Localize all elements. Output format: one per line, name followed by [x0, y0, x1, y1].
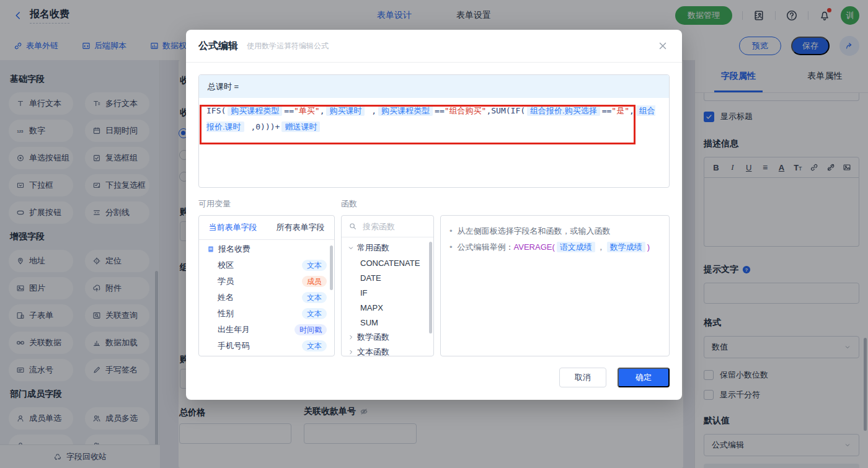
functions-box: 常用函数CONCATENATEDATEIFMAPXSUM数学函数文本函数 — [341, 215, 434, 356]
function-group[interactable]: 数学函数 — [342, 330, 433, 345]
variables-scrollbar[interactable] — [330, 245, 333, 290]
tab-all-form-fields[interactable]: 所有表单字段 — [267, 222, 334, 233]
chevright-icon — [347, 348, 355, 356]
variable-field-row[interactable]: 学员成员 — [199, 273, 334, 289]
formula-token-fn: AVERAGE( — [514, 242, 555, 252]
formula-token-field: 组合报价.购买选择 — [527, 105, 600, 116]
functions-label: 函数 — [341, 198, 434, 211]
modal-columns: 可用变量 当前表单字段 所有表单字段 报名收费 校区文本学员成员姓名文本性别文本… — [198, 198, 670, 356]
variable-field-row[interactable]: 出生年月时间戳 — [199, 322, 334, 338]
formula-token-str: "组合购买" — [445, 106, 487, 115]
field-type-badge: 文本 — [302, 308, 327, 319]
help-column: 从左侧面板选择字段名和函数，或输入函数 公式编辑举例：AVERAGE(语文成绩，… — [440, 198, 670, 356]
search-icon — [348, 222, 357, 231]
function-search-input[interactable] — [361, 221, 427, 232]
formula-token-field: 语文成绩 — [557, 242, 595, 252]
modal-subtitle: 使用数学运算符编辑公式 — [247, 41, 329, 51]
cancel-button[interactable]: 取消 — [559, 368, 606, 387]
function-item[interactable]: DATE — [342, 270, 433, 285]
functions-scrollbar[interactable] — [429, 242, 432, 333]
form-doc-icon — [207, 245, 215, 253]
functions-column: 函数 常用函数CONCATENATEDATEIFMAPXSUM数学函数文本函数 — [341, 198, 434, 356]
formula-token-field: 购买课时 — [326, 105, 365, 116]
help-example: 公式编辑举例：AVERAGE(语文成绩，数学成绩) — [450, 241, 660, 254]
formula-token-field: 赠送课时 — [281, 121, 320, 132]
variable-field-row[interactable]: 校区文本 — [199, 257, 334, 273]
variables-column: 可用变量 当前表单字段 所有表单字段 报名收费 校区文本学员成员姓名文本性别文本… — [198, 198, 335, 356]
modal-title: 公式编辑 — [198, 40, 238, 53]
formula-token-field: 购买课程类型 — [228, 105, 282, 116]
variable-field-row[interactable]: 姓名文本 — [199, 289, 334, 306]
formula-token-field: 购买课程类型 — [378, 105, 433, 116]
variables-box: 当前表单字段 所有表单字段 报名收费 校区文本学员成员姓名文本性别文本出生年月时… — [198, 215, 335, 356]
help-label-spacer — [440, 198, 670, 211]
field-type-badge: 文本 — [302, 292, 327, 303]
formula-token-fn: ) — [647, 242, 650, 252]
formula-token-code: , — [366, 106, 376, 115]
variable-field-row[interactable]: 手机号码文本 — [199, 338, 334, 354]
help-box: 从左侧面板选择字段名和函数，或输入函数 公式编辑举例：AVERAGE(语文成绩，… — [440, 215, 670, 356]
formula-token-code: , — [320, 106, 325, 115]
formula-token-code: ， — [597, 242, 605, 252]
field-type-badge: 时间戳 — [294, 324, 327, 335]
formula-token-code: IFS( — [206, 106, 226, 115]
chevright-icon — [347, 333, 355, 341]
confirm-button[interactable]: 确定 — [618, 368, 670, 387]
formula-token-code: , — [629, 106, 634, 115]
formula-token-str: "单买" — [294, 106, 320, 115]
formula-token-field: 数学成绩 — [607, 242, 645, 252]
formula-token-code: ,0)))+ — [246, 122, 280, 131]
function-item[interactable]: IF — [342, 285, 433, 300]
app-root: 报名收费 表单设计 表单设置 数据管理 训 表单外链后端脚本数据权限 预览 保存… — [0, 0, 868, 468]
form-tree-root[interactable]: 报名收费 — [199, 241, 334, 257]
function-item[interactable]: CONCATENATE — [342, 255, 433, 270]
formula-editor-box[interactable]: 总课时 = IFS(购买课程类型=="单买",购买课时 ,购买课程类型=="组合… — [198, 74, 670, 188]
formula-editor-modal: 公式编辑 使用数学运算符编辑公式 总课时 = IFS(购买课程类型=="单买",… — [186, 30, 682, 400]
chevdown-icon — [347, 244, 355, 252]
formula-token-code: == — [435, 106, 445, 115]
modal-footer: 取消 确定 — [559, 368, 670, 387]
formula-expression[interactable]: IFS(购买课程类型=="单买",购买课时 ,购买课程类型=="组合购买",SU… — [199, 98, 669, 140]
formula-target: 总课时 = — [199, 75, 669, 98]
field-type-badge: 文本 — [302, 260, 327, 271]
variables-label: 可用变量 — [198, 198, 335, 211]
tab-current-form-fields[interactable]: 当前表单字段 — [199, 222, 267, 233]
function-item[interactable]: MAPX — [342, 300, 433, 315]
formula-token-str: "是" — [611, 106, 629, 115]
function-item[interactable]: SUM — [342, 315, 433, 330]
formula-token-code: == — [602, 106, 612, 115]
function-group[interactable]: 常用函数 — [342, 241, 433, 255]
close-icon[interactable] — [657, 40, 668, 51]
variable-field-row[interactable]: 性别文本 — [199, 306, 334, 322]
formula-token-code: ,SUM(IF( — [486, 106, 525, 115]
function-group[interactable]: 文本函数 — [342, 345, 433, 356]
field-type-badge: 成员 — [302, 276, 327, 287]
modal-header: 公式编辑 使用数学运算符编辑公式 — [186, 30, 682, 63]
help-tip: 从左侧面板选择字段名和函数，或输入函数 — [450, 224, 660, 238]
field-type-badge: 文本 — [302, 340, 327, 351]
variables-tabs: 当前表单字段 所有表单字段 — [199, 216, 334, 240]
formula-token-code: == — [284, 106, 294, 115]
function-search[interactable] — [342, 216, 433, 237]
